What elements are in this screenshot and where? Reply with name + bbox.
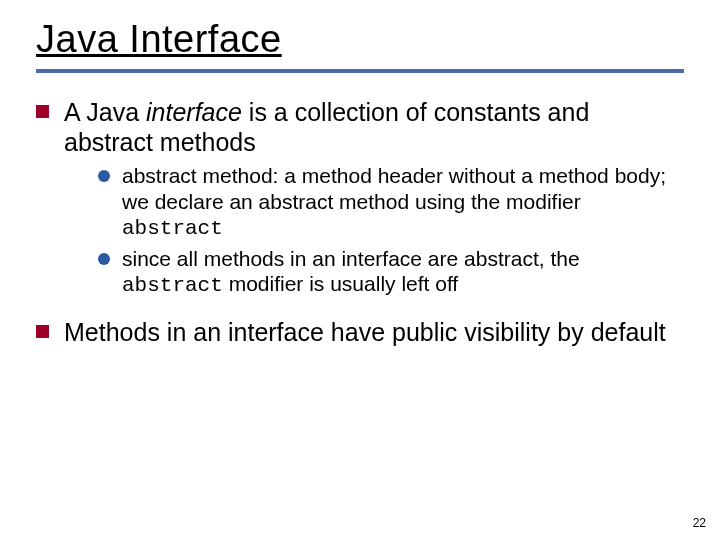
title-rule (36, 69, 684, 73)
sub-bullet-1: abstract method: a method header without… (98, 163, 684, 242)
sub-bullet-2: since all methods in an interface are ab… (98, 246, 684, 299)
bullet-1-pre: A Java (64, 98, 146, 126)
sub-2-pre: since all methods in an interface are ab… (122, 247, 580, 270)
sub-2-code: abstract (122, 274, 223, 297)
sub-2-post: modifier is usually left off (223, 272, 458, 295)
bullet-list: A Java interface is a collection of cons… (36, 97, 684, 347)
bullet-1: A Java interface is a collection of cons… (36, 97, 684, 299)
slide-title: Java Interface (36, 18, 684, 61)
slide: Java Interface A Java interface is a col… (0, 0, 720, 540)
bullet-1-italic: interface (146, 98, 242, 126)
sub-list-1: abstract method: a method header without… (64, 163, 684, 299)
bullet-2: Methods in an interface have public visi… (36, 317, 684, 347)
page-number: 22 (693, 516, 706, 530)
sub-1-text: abstract method: a method header without… (122, 164, 666, 213)
sub-1-code: abstract (122, 217, 223, 240)
